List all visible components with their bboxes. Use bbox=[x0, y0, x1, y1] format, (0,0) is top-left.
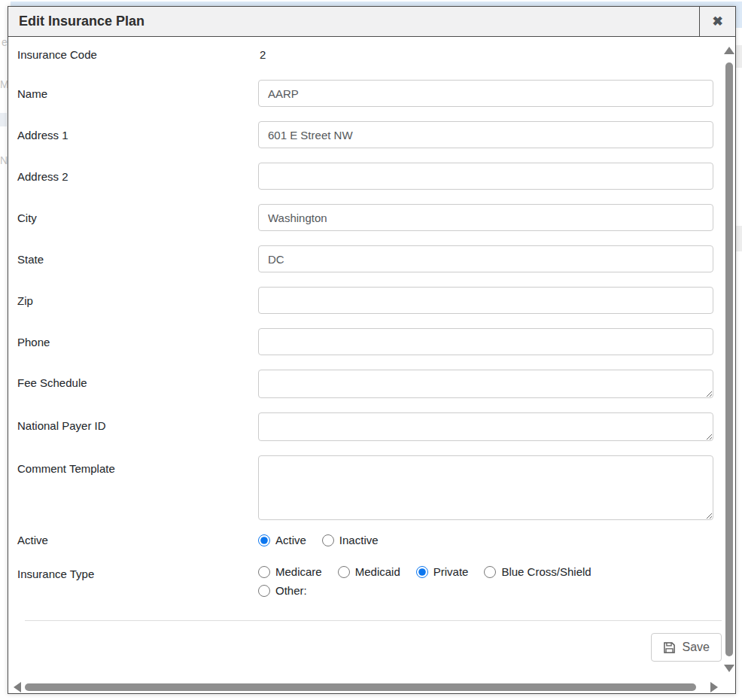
radio-option-other[interactable]: Other: bbox=[258, 584, 307, 597]
horizontal-scrollbar-thumb[interactable] bbox=[25, 683, 696, 691]
dialog-header: Edit Insurance Plan ✖ bbox=[8, 7, 735, 37]
backdrop-row-fragment bbox=[736, 226, 742, 251]
form-row-phone: Phone bbox=[17, 328, 723, 355]
radio-option-private[interactable]: Private bbox=[416, 565, 469, 578]
backdrop-text-fragment: N bbox=[0, 154, 8, 166]
address1-field[interactable] bbox=[258, 121, 713, 148]
radio-label: Blue Cross/Shield bbox=[501, 565, 591, 578]
comment-template-field[interactable] bbox=[258, 455, 713, 520]
radio-label: Medicaid bbox=[355, 565, 400, 578]
horizontal-scrollbar[interactable] bbox=[8, 681, 723, 693]
comment-template-label: Comment Template bbox=[17, 455, 258, 475]
form-row-fee-schedule: Fee Schedule bbox=[17, 370, 723, 398]
radio-option-active[interactable]: Active bbox=[258, 534, 306, 546]
save-button-label: Save bbox=[683, 641, 710, 654]
name-field[interactable] bbox=[258, 80, 713, 107]
city-field[interactable] bbox=[258, 204, 713, 231]
form-row-address1: Address 1 bbox=[17, 121, 723, 148]
national-payer-id-field[interactable] bbox=[258, 412, 713, 441]
inactive-radio[interactable] bbox=[322, 534, 334, 546]
state-field[interactable] bbox=[258, 245, 713, 272]
vertical-scrollbar-thumb[interactable] bbox=[725, 62, 733, 656]
insurance-type-radio-line-2: Other: bbox=[258, 584, 713, 597]
backdrop-row-fragment bbox=[736, 45, 742, 68]
radio-option-blue-cross-shield[interactable]: Blue Cross/Shield bbox=[484, 565, 591, 578]
radio-label: Private bbox=[433, 565, 469, 578]
form-row-state: State bbox=[17, 245, 723, 272]
insurance-type-radio-line-1: Medicare Medicaid Private Blue Cross/Shi… bbox=[258, 565, 591, 578]
address1-label: Address 1 bbox=[17, 129, 258, 142]
edit-insurance-plan-dialog: Edit Insurance Plan ✖ Insurance Code 2 N… bbox=[8, 6, 736, 694]
insurance-code-value: 2 bbox=[258, 48, 266, 61]
form-row-address2: Address 2 bbox=[17, 163, 723, 190]
radio-label: Active bbox=[275, 534, 306, 546]
phone-label: Phone bbox=[17, 336, 258, 348]
zip-label: Zip bbox=[17, 294, 258, 307]
radio-label: Medicare bbox=[275, 565, 322, 578]
address2-label: Address 2 bbox=[17, 170, 258, 183]
form-row-active: Active Active Inactive bbox=[17, 534, 723, 546]
insurance-type-label: Insurance Type bbox=[17, 565, 258, 580]
dialog-body: Insurance Code 2 Name Address 1 Address … bbox=[8, 38, 723, 681]
form-row-insurance-code: Insurance Code 2 bbox=[17, 48, 723, 61]
phone-field[interactable] bbox=[258, 328, 713, 355]
radio-option-medicaid[interactable]: Medicaid bbox=[338, 565, 400, 578]
backdrop-text-fragment: e bbox=[2, 36, 8, 48]
form-row-city: City bbox=[17, 204, 723, 231]
form-row-comment-template: Comment Template bbox=[17, 455, 723, 520]
city-label: City bbox=[17, 212, 258, 224]
vertical-scrollbar[interactable] bbox=[723, 38, 735, 681]
scroll-up-arrow-icon[interactable] bbox=[724, 47, 734, 54]
form-row-national-payer-id: National Payer ID bbox=[17, 412, 723, 441]
radio-label: Inactive bbox=[339, 534, 379, 546]
national-payer-id-label: National Payer ID bbox=[17, 412, 258, 432]
medicare-radio[interactable] bbox=[258, 566, 270, 578]
address2-field[interactable] bbox=[258, 163, 713, 190]
radio-label: Other: bbox=[275, 584, 307, 597]
dialog-title: Edit Insurance Plan bbox=[8, 7, 699, 36]
save-icon bbox=[663, 641, 676, 654]
blue-cross-shield-radio[interactable] bbox=[484, 566, 496, 578]
close-icon: ✖ bbox=[712, 14, 722, 29]
scroll-right-arrow-icon[interactable] bbox=[710, 682, 718, 692]
zip-field[interactable] bbox=[258, 287, 713, 314]
insurance-type-radio-group: Medicare Medicaid Private Blue Cross/Shi… bbox=[258, 565, 713, 597]
scroll-down-arrow-icon[interactable] bbox=[724, 665, 734, 672]
state-label: State bbox=[17, 253, 258, 266]
backdrop-row-fragment bbox=[0, 113, 7, 126]
active-radio-line: Active Inactive bbox=[258, 534, 379, 546]
active-radio[interactable] bbox=[258, 534, 270, 546]
fee-schedule-label: Fee Schedule bbox=[17, 370, 258, 389]
medicaid-radio[interactable] bbox=[338, 566, 350, 578]
form-row-insurance-type: Insurance Type Medicare Medicaid Private bbox=[17, 565, 723, 597]
close-button[interactable]: ✖ bbox=[699, 7, 735, 36]
backdrop-header-bar-right bbox=[735, 8, 742, 28]
radio-option-medicare[interactable]: Medicare bbox=[258, 565, 322, 578]
form-row-name: Name bbox=[17, 80, 723, 107]
scroll-left-arrow-icon[interactable] bbox=[14, 682, 21, 692]
insurance-code-label: Insurance Code bbox=[17, 48, 258, 61]
save-button[interactable]: Save bbox=[651, 633, 722, 662]
dialog-footer: Save bbox=[25, 621, 722, 662]
fee-schedule-field[interactable] bbox=[258, 370, 713, 398]
name-label: Name bbox=[17, 87, 258, 100]
active-label: Active bbox=[17, 534, 258, 546]
active-radio-group: Active Inactive bbox=[258, 534, 713, 546]
private-radio[interactable] bbox=[416, 566, 428, 578]
other-radio[interactable] bbox=[258, 585, 270, 597]
form-row-zip: Zip bbox=[17, 287, 723, 314]
radio-option-inactive[interactable]: Inactive bbox=[322, 534, 379, 546]
